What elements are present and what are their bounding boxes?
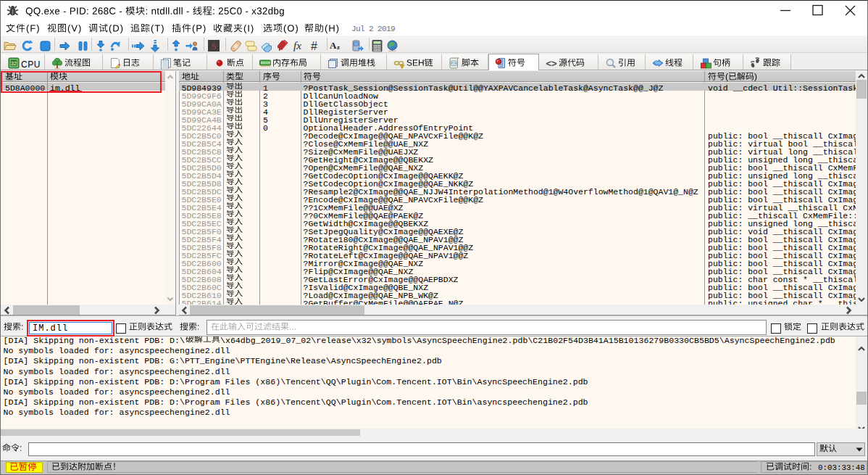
svg-text:!: ! [401, 65, 402, 69]
svg-text:fx: fx [293, 40, 301, 51]
svg-text:A: A [330, 40, 337, 51]
svg-text:32: 32 [11, 61, 17, 66]
svg-text:S: S [212, 41, 217, 51]
svg-text:<>: <> [546, 58, 557, 69]
svg-text:<>: <> [451, 61, 457, 66]
svg-text:#: # [311, 40, 317, 52]
svg-text:z: z [337, 44, 340, 51]
